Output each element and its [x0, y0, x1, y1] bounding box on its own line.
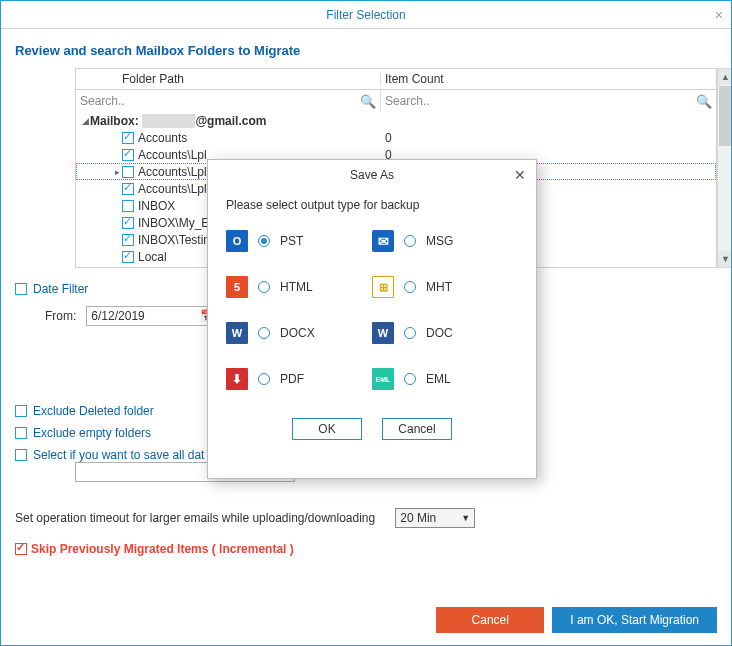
- title-bar: Filter Selection ×: [1, 1, 731, 29]
- format-label: HTML: [280, 280, 313, 294]
- skip-migrated-label: Skip Previously Migrated Items ( Increme…: [31, 542, 294, 556]
- format-label: PST: [280, 234, 303, 248]
- html-icon: [226, 276, 248, 298]
- scroll-up-icon[interactable]: ▲: [718, 69, 732, 85]
- mailbox-root[interactable]: Mailbox: xxxxxxxx@gmail.com: [90, 114, 266, 128]
- modal-cancel-button[interactable]: Cancel: [382, 418, 452, 440]
- folder-checkbox[interactable]: [122, 183, 134, 195]
- search-count-input[interactable]: Search.. 🔍: [381, 90, 716, 112]
- format-radio[interactable]: [258, 281, 270, 293]
- folder-checkbox[interactable]: [122, 166, 134, 178]
- folder-checkbox[interactable]: [122, 268, 134, 269]
- eml-icon: [372, 368, 394, 390]
- save-all-checkbox[interactable]: [15, 449, 27, 461]
- section-header: Review and search Mailbox Folders to Mig…: [15, 43, 717, 58]
- folder-checkbox[interactable]: [122, 132, 134, 144]
- format-option-mht[interactable]: MHT: [372, 276, 518, 298]
- format-label: PDF: [280, 372, 304, 386]
- folder-checkbox[interactable]: [122, 217, 134, 229]
- cancel-button[interactable]: Cancel: [436, 607, 544, 633]
- format-label: EML: [426, 372, 451, 386]
- format-option-msg[interactable]: MSG: [372, 230, 518, 252]
- format-label: MSG: [426, 234, 453, 248]
- docx-icon: [226, 322, 248, 344]
- column-folder-path[interactable]: Folder Path: [76, 72, 381, 86]
- save-as-dialog: Save As ✕ Please select output type for …: [207, 159, 537, 479]
- exclude-empty-checkbox[interactable]: [15, 427, 27, 439]
- exclude-deleted-label: Exclude Deleted folder: [33, 404, 154, 418]
- doc-icon: [372, 322, 394, 344]
- exclude-deleted-checkbox[interactable]: [15, 405, 27, 417]
- window-title: Filter Selection: [326, 8, 405, 22]
- format-radio[interactable]: [258, 327, 270, 339]
- format-option-pdf[interactable]: PDF: [226, 368, 372, 390]
- timeout-label: Set operation timeout for larger emails …: [15, 511, 375, 525]
- scroll-down-icon[interactable]: ▼: [718, 251, 732, 267]
- expand-icon[interactable]: ▸: [112, 167, 122, 177]
- search-icon[interactable]: 🔍: [696, 94, 712, 109]
- column-item-count[interactable]: Item Count: [381, 72, 716, 86]
- format-radio[interactable]: [258, 373, 270, 385]
- format-radio[interactable]: [404, 373, 416, 385]
- save-all-label: Select if you want to save all dat: [33, 448, 204, 462]
- msg-icon: [372, 230, 394, 252]
- format-option-pst[interactable]: PST: [226, 230, 372, 252]
- folder-checkbox[interactable]: [122, 251, 134, 263]
- date-filter-label: Date Filter: [33, 282, 88, 296]
- folder-checkbox[interactable]: [122, 200, 134, 212]
- folder-checkbox[interactable]: [122, 149, 134, 161]
- timeout-combo[interactable]: 20 Min ▼: [395, 508, 475, 528]
- start-migration-button[interactable]: I am OK, Start Migration: [552, 607, 717, 633]
- modal-ok-button[interactable]: OK: [292, 418, 362, 440]
- date-from-input[interactable]: 6/12/2019 📅: [86, 306, 220, 326]
- table-row[interactable]: Accounts0: [76, 129, 716, 146]
- modal-close-icon[interactable]: ✕: [514, 160, 526, 190]
- scroll-thumb[interactable]: [719, 86, 732, 146]
- format-option-eml[interactable]: EML: [372, 368, 518, 390]
- chevron-down-icon: ▼: [461, 513, 470, 523]
- pst-icon: [226, 230, 248, 252]
- tree-column-headers: Folder Path Item Count: [75, 68, 717, 90]
- folder-count: 0: [381, 131, 392, 145]
- modal-title: Save As: [350, 168, 394, 182]
- mht-icon: [372, 276, 394, 298]
- modal-message: Please select output type for backup: [226, 198, 518, 212]
- date-filter-checkbox[interactable]: [15, 283, 27, 295]
- search-folder-input[interactable]: Search.. 🔍: [76, 90, 381, 112]
- close-icon[interactable]: ×: [715, 1, 723, 29]
- format-label: MHT: [426, 280, 452, 294]
- format-option-html[interactable]: HTML: [226, 276, 372, 298]
- exclude-empty-label: Exclude empty folders: [33, 426, 151, 440]
- format-option-doc[interactable]: DOC: [372, 322, 518, 344]
- format-radio[interactable]: [404, 235, 416, 247]
- folder-name: Accounts\Lpl: [138, 148, 207, 162]
- date-from-label: From:: [45, 309, 76, 323]
- folder-name: Accounts: [138, 131, 187, 145]
- folder-name: Local: [138, 250, 167, 264]
- tree-scrollbar[interactable]: ▲ ▼: [717, 68, 732, 268]
- format-radio[interactable]: [404, 281, 416, 293]
- collapse-icon[interactable]: ◢: [80, 116, 90, 126]
- search-icon[interactable]: 🔍: [360, 94, 376, 109]
- skip-migrated-checkbox[interactable]: [15, 543, 27, 555]
- pdf-icon: [226, 368, 248, 390]
- format-option-docx[interactable]: DOCX: [226, 322, 372, 344]
- format-radio[interactable]: [404, 327, 416, 339]
- folder-checkbox[interactable]: [122, 234, 134, 246]
- format-label: DOC: [426, 326, 453, 340]
- folder-name: INBOX: [138, 199, 175, 213]
- format-radio[interactable]: [258, 235, 270, 247]
- dialog-footer: Cancel I am OK, Start Migration: [1, 597, 731, 645]
- format-label: DOCX: [280, 326, 315, 340]
